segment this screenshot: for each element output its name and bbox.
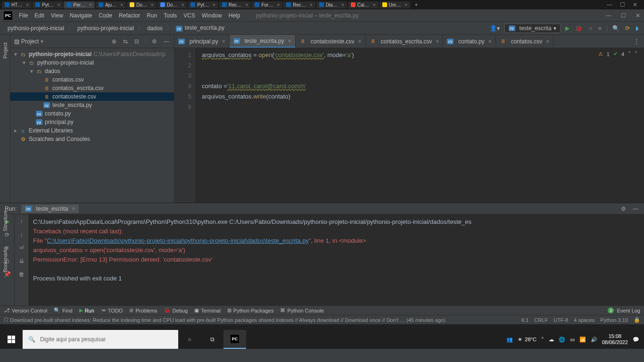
browser-tab[interactable]: Pyt…× (33, 1, 63, 8)
close-icon[interactable]: × (182, 2, 184, 8)
coverage-icon[interactable]: ⤨ (587, 24, 594, 33)
expand-icon[interactable]: ⇆ (122, 37, 129, 46)
close-icon[interactable]: × (310, 2, 313, 8)
close-icon[interactable]: × (288, 38, 291, 44)
search-icon[interactable]: 🔍 (611, 24, 620, 33)
close-icon[interactable]: × (341, 2, 344, 8)
start-button[interactable] (0, 330, 23, 349)
tree-file[interactable]: ≣contatos.csv (10, 75, 174, 84)
tree-scratches[interactable]: ✪Scratches and Consoles (10, 135, 174, 143)
task-view-icon[interactable]: ⧉ (201, 330, 223, 349)
tree-external-libs[interactable]: ▸⫼External Libraries (10, 126, 174, 135)
editor-tab[interactable]: ≣contatosteste.csv× (296, 35, 366, 48)
interpreter[interactable]: Python 3.10 (600, 317, 628, 323)
browser-tab[interactable]: Aju…× (96, 1, 126, 8)
collapse-icon[interactable]: ⊟ (133, 37, 140, 46)
close-icon[interactable]: × (246, 2, 248, 8)
locate-icon[interactable]: ⊕ (111, 37, 117, 46)
editor-tab[interactable]: pyprincipal.py× (174, 35, 230, 48)
close-icon[interactable]: × (277, 2, 280, 8)
taskbar-clock[interactable]: 15:08 08/06/2022 (602, 333, 628, 346)
battery-icon[interactable]: ▭ (570, 337, 575, 343)
menu-tools[interactable]: Tools (164, 12, 177, 19)
run-config-selector[interactable]: pyteste_escrita ▾ (504, 24, 561, 33)
browser-tab[interactable]: HT…× (2, 1, 32, 8)
pycharm-taskbar-icon[interactable]: PC (223, 330, 246, 349)
find-tab[interactable]: 🔍Find (54, 307, 72, 313)
menu-file[interactable]: File (19, 12, 28, 19)
editor-more-icon[interactable]: ⋮ (629, 38, 644, 45)
chevron-up-icon[interactable]: ˄ (628, 51, 631, 57)
menu-help[interactable]: Help (229, 12, 240, 19)
maximize-icon[interactable]: ☐ (620, 1, 625, 8)
gear-icon[interactable]: ⚙ (620, 205, 627, 213)
crumb[interactable]: dados (144, 24, 165, 33)
notifications-icon[interactable]: 💬 (633, 337, 639, 343)
tree-root[interactable]: ▾🗀pythonio-projeto-inicialC:\Users\Fabio… (10, 50, 174, 58)
browser-tab[interactable]: Rec…× (219, 1, 251, 8)
user-icon[interactable]: 👤▾ (489, 24, 501, 33)
close-icon[interactable]: × (222, 38, 225, 45)
gear-icon[interactable]: ⚙ (151, 37, 158, 46)
browser-tab[interactable]: Rec…× (283, 1, 315, 8)
down-icon[interactable]: ↓ (19, 230, 24, 239)
close-icon[interactable]: × (436, 38, 439, 45)
menu-window[interactable]: Window (202, 12, 222, 19)
problems-tab[interactable]: ⊘Problems (129, 307, 157, 313)
minimize-icon[interactable]: — (607, 1, 612, 8)
stop-icon[interactable]: ■ (597, 24, 603, 33)
onedrive-icon[interactable]: ☁ (549, 337, 554, 343)
tree-file[interactable]: pyteste_escrita.py (10, 101, 174, 109)
status-icon[interactable]: ☐ (4, 317, 8, 323)
close-icon[interactable]: × (72, 206, 75, 212)
trash-icon[interactable]: 🗑 (18, 270, 25, 279)
browser-tab[interactable]: For…× (252, 1, 282, 8)
run-tab[interactable]: ▶Run (79, 307, 94, 313)
code-editor[interactable]: 123456 arquivos_contatos = open('contato… (174, 48, 644, 203)
cortana-icon[interactable]: ○ (178, 330, 201, 349)
editor-tab[interactable]: ≣contatos_escrita.csv× (366, 35, 444, 48)
taskbar-search[interactable]: 🔍 Digite aqui para pesquisar (23, 330, 178, 349)
close-icon[interactable]: × (26, 2, 29, 8)
lock-icon[interactable]: 🔒 (634, 317, 640, 323)
editor-tab[interactable]: pyteste_escrita.py× (230, 35, 296, 48)
minimize-icon[interactable]: — (606, 12, 611, 19)
close-icon[interactable]: × (373, 2, 376, 8)
python-console-tab[interactable]: ⌘Python Console (280, 307, 324, 313)
run-tab[interactable]: pyteste_escrita × (21, 205, 79, 213)
hide-icon[interactable]: — (163, 37, 170, 46)
chevron-down-icon[interactable]: ˅ (635, 51, 637, 57)
python-packages-tab[interactable]: ⊞Python Packages (227, 307, 274, 313)
menu-edit[interactable]: Edit (34, 12, 44, 19)
crumb[interactable]: pyteste_escrita.py (173, 24, 227, 33)
browser-tab[interactable]: Dia…× (316, 1, 347, 8)
menu-refactor[interactable]: Refactor (119, 12, 140, 19)
menu-code[interactable]: Code (99, 12, 112, 19)
menu-run[interactable]: Run (147, 12, 157, 19)
hide-icon[interactable]: — (632, 205, 639, 213)
menu-vcs[interactable]: VCS (183, 12, 195, 19)
run-button-icon[interactable]: ▶ (564, 24, 570, 33)
line-ending[interactable]: CRLF (534, 317, 548, 323)
indent[interactable]: 4 spaces (574, 317, 594, 323)
tree-file[interactable]: pycontato.py (10, 109, 174, 118)
event-log-tab[interactable]: Event Log (617, 308, 640, 313)
tree-file[interactable]: ≣contatos_escrita.csv (10, 84, 174, 92)
menu-view[interactable]: View (51, 12, 63, 19)
tree-folder[interactable]: ▾🗀pythonio-projeto-inicial (10, 58, 174, 67)
menu-navigate[interactable]: Navigate (70, 12, 92, 19)
crumb[interactable]: pythonio-projeto-inicial (5, 24, 67, 33)
close-icon[interactable]: × (213, 2, 215, 8)
new-tab-button[interactable]: ＋ (411, 0, 421, 9)
wifi-icon[interactable]: 📶 (579, 337, 586, 343)
close-icon[interactable]: × (58, 2, 60, 8)
close-icon[interactable]: × (120, 2, 123, 8)
close-icon[interactable]: × (405, 2, 407, 8)
wrap-icon[interactable]: ⏎ (18, 244, 25, 252)
browser-tab[interactable]: Per…× (64, 1, 94, 8)
project-tool-tab[interactable]: Project (2, 40, 8, 61)
caret-position[interactable]: 6:1 (521, 317, 528, 323)
weather-widget[interactable]: ☀28°C (518, 337, 537, 343)
debug-button-icon[interactable]: 🐞 (574, 24, 583, 33)
close-icon[interactable]: × (358, 38, 362, 45)
